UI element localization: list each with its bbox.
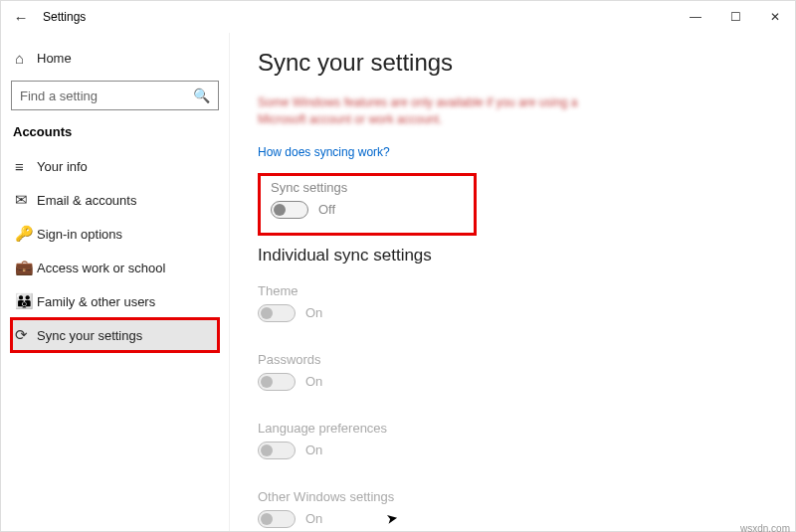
sidebar-item-label: Access work or school xyxy=(37,261,165,275)
sidebar-item-label: Sign-in options xyxy=(37,227,122,242)
watermark: wsxdn.com xyxy=(740,523,790,532)
individual-theme: Theme On xyxy=(258,277,775,346)
sidebar-item-family-users[interactable]: 👪 Family & other users xyxy=(11,284,219,318)
sidebar-item-label: Email & accounts xyxy=(37,193,136,208)
window-controls: — ☐ ✕ xyxy=(676,1,795,33)
individual-heading: Individual sync settings xyxy=(258,246,775,266)
key-icon: 🔑 xyxy=(15,225,37,243)
cursor-icon: ➤ xyxy=(385,509,400,527)
theme-toggle[interactable] xyxy=(258,304,296,322)
language-toggle[interactable] xyxy=(258,442,296,459)
search-placeholder: Find a setting xyxy=(20,89,98,103)
content-panel: Sync your settings Some Windows features… xyxy=(230,33,795,531)
theme-state: On xyxy=(305,305,322,320)
sync-settings-block: Sync settings Off xyxy=(258,173,477,236)
sidebar-section-label: Accounts xyxy=(13,124,219,139)
individual-other: Other Windows settings On xyxy=(258,483,775,531)
how-syncing-link[interactable]: How does syncing work? xyxy=(258,145,390,159)
sidebar-item-label: Your info xyxy=(37,159,88,174)
passwords-toggle[interactable] xyxy=(258,373,296,391)
briefcase-icon: 💼 xyxy=(15,259,37,276)
theme-label: Theme xyxy=(258,283,775,298)
language-state: On xyxy=(305,443,322,457)
close-button[interactable]: ✕ xyxy=(755,1,795,33)
sidebar-item-email-accounts[interactable]: ✉ Email & accounts xyxy=(11,183,219,217)
window-body: ⌂ Home Find a setting 🔍 Accounts ≡ Your … xyxy=(1,33,795,531)
page-title: Sync your settings xyxy=(258,49,775,77)
sidebar-item-signin-options[interactable]: 🔑 Sign-in options xyxy=(11,217,219,251)
back-icon[interactable]: ← xyxy=(11,9,31,26)
language-label: Language preferences xyxy=(258,421,775,436)
settings-window: ← Settings — ☐ ✕ ⌂ Home Find a setting 🔍… xyxy=(0,0,796,532)
home-label: Home xyxy=(37,51,72,66)
sync-settings-label: Sync settings xyxy=(271,180,464,195)
email-icon: ✉ xyxy=(15,191,37,209)
minimize-button[interactable]: — xyxy=(676,1,715,33)
sidebar-item-label: Sync your settings xyxy=(37,328,142,343)
sidebar: ⌂ Home Find a setting 🔍 Accounts ≡ Your … xyxy=(1,33,230,531)
sync-settings-toggle[interactable] xyxy=(271,201,308,219)
account-notice: Some Windows features are only available… xyxy=(258,94,586,128)
search-input[interactable]: Find a setting 🔍 xyxy=(11,81,219,110)
sync-icon: ⟳ xyxy=(15,326,37,344)
search-icon: 🔍 xyxy=(193,88,210,103)
home-icon: ⌂ xyxy=(15,50,37,67)
passwords-label: Passwords xyxy=(258,352,775,367)
sync-settings-state: Off xyxy=(318,202,335,217)
sidebar-item-access-work-school[interactable]: 💼 Access work or school xyxy=(11,251,219,284)
individual-language: Language preferences On xyxy=(258,415,775,483)
family-icon: 👪 xyxy=(15,292,37,310)
individual-passwords: Passwords On xyxy=(258,346,775,415)
passwords-state: On xyxy=(305,374,322,389)
other-toggle[interactable] xyxy=(258,510,296,528)
titlebar: ← Settings — ☐ ✕ xyxy=(1,1,795,33)
sidebar-home[interactable]: ⌂ Home xyxy=(11,41,219,75)
other-label: Other Windows settings xyxy=(258,489,775,504)
sync-settings-toggle-row: Off xyxy=(271,201,464,219)
maximize-button[interactable]: ☐ xyxy=(715,1,755,33)
sidebar-item-your-info[interactable]: ≡ Your info xyxy=(11,149,219,183)
sidebar-item-label: Family & other users xyxy=(37,294,155,309)
window-title: Settings xyxy=(43,10,86,24)
sidebar-item-sync-settings[interactable]: ⟳ Sync your settings xyxy=(11,318,219,352)
your-info-icon: ≡ xyxy=(15,158,37,175)
other-state: On xyxy=(305,511,322,526)
